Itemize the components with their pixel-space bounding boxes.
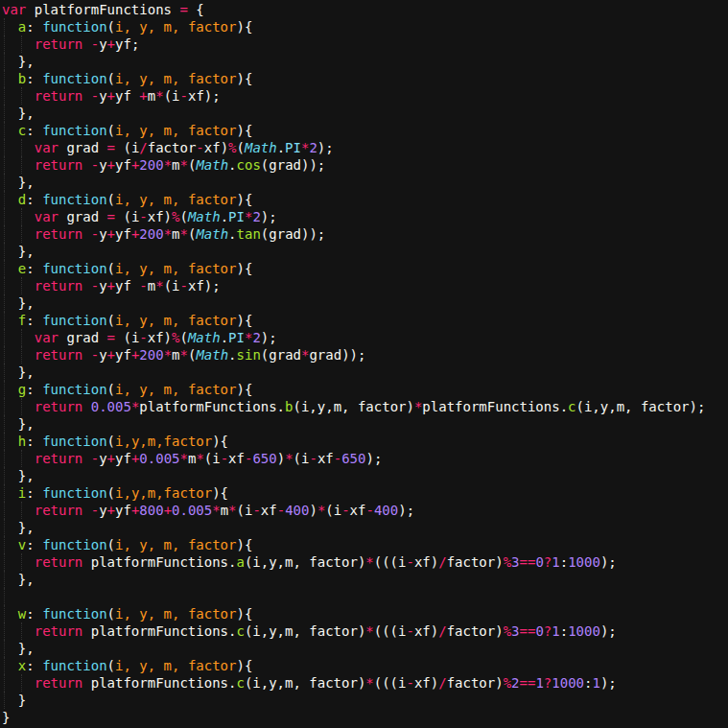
code-token: y <box>99 278 106 294</box>
indent-guide <box>4 294 5 312</box>
code-token: }, <box>2 106 35 121</box>
code-token <box>2 157 35 173</box>
code-token: ){ <box>236 19 252 35</box>
indent-guide <box>4 640 5 657</box>
indent-guide <box>4 35 5 53</box>
code-token: + <box>139 88 147 104</box>
code-token: (i <box>237 503 253 518</box>
indent-guide <box>4 312 5 329</box>
indent-guide <box>21 622 22 640</box>
code-token: c <box>236 675 244 691</box>
code-token: == <box>520 623 536 639</box>
indent-guide <box>4 674 5 692</box>
code-token: platformFunctions <box>26 2 179 17</box>
code-token: - <box>91 347 99 363</box>
indent-guide <box>4 519 5 536</box>
code-token: (((i <box>374 554 407 570</box>
code-token: ( <box>107 658 115 673</box>
code-token: i,y,m,factor <box>115 434 212 449</box>
code-line-2: a: function(i, y, m, factor){ <box>2 18 728 35</box>
code-token: 1 <box>552 623 559 639</box>
code-token: 2 <box>511 675 519 691</box>
indent-guide <box>4 277 5 294</box>
code-editor[interactable]: var platformFunctions = { a: function(i,… <box>0 0 728 728</box>
code-token: y <box>99 451 106 466</box>
code-line-39: x: function(i, y, m, factor){ <box>2 657 728 674</box>
code-token <box>82 36 90 52</box>
indent-guide <box>4 536 5 553</box>
indent-guide <box>4 657 5 674</box>
indent-guide <box>4 191 5 208</box>
code-token: * <box>164 226 172 242</box>
code-token <box>2 399 35 414</box>
code-token: ){ <box>236 606 252 622</box>
indent-guide <box>4 571 5 588</box>
code-token: ( <box>107 313 115 328</box>
code-token: ) <box>277 451 285 466</box>
indent-guide <box>4 467 5 484</box>
code-token: grad)); <box>309 347 365 363</box>
code-token <box>2 209 35 224</box>
code-token: return <box>35 399 83 414</box>
code-line-35 <box>2 588 728 605</box>
code-token: : <box>26 123 42 138</box>
code-line-19: f: function(i, y, m, factor){ <box>2 312 728 329</box>
code-token: i, y, m, factor <box>115 192 236 207</box>
code-token: ){ <box>212 485 228 501</box>
code-token: return <box>35 623 83 639</box>
code-token: / <box>438 623 446 639</box>
code-token: factor) <box>447 675 504 691</box>
code-token <box>82 399 90 414</box>
indent-guide <box>4 329 5 346</box>
code-token: i, y, m, factor <box>115 606 236 622</box>
code-token: platformFunctions. <box>422 399 568 414</box>
code-line-20: var grad = (i-xf)%(Math.PI*2); <box>2 329 728 346</box>
code-token: * <box>365 623 373 639</box>
code-token: + <box>164 503 172 518</box>
code-token: function <box>42 537 106 552</box>
code-token: 400 <box>285 503 309 518</box>
indent-guide <box>4 415 5 433</box>
code-token: ){ <box>236 192 252 207</box>
code-token: ( <box>237 140 245 155</box>
indent-guide <box>4 433 5 450</box>
code-token: return <box>35 503 83 518</box>
indent-guide <box>21 329 22 346</box>
code-line-34: }, <box>2 571 728 588</box>
code-token: var <box>2 2 26 17</box>
code-token: (i,y,m, factor); <box>576 399 706 414</box>
indent-guide <box>21 139 22 156</box>
code-token: - <box>91 36 99 52</box>
code-token: * <box>180 451 188 466</box>
code-token: . <box>228 226 236 242</box>
code-token: ); <box>398 503 414 518</box>
code-token: 1 <box>592 675 599 691</box>
code-token: % <box>172 209 179 224</box>
indent-guide <box>4 364 5 381</box>
code-token: yf <box>115 226 131 242</box>
code-token: 650 <box>341 451 365 466</box>
code-token: = <box>107 209 115 224</box>
code-line-7: }, <box>2 105 728 122</box>
code-token: * <box>365 554 373 570</box>
code-token <box>82 157 90 173</box>
code-token: i, y, m, factor <box>115 71 236 86</box>
code-line-21: return -y+yf+200*m*(Math.sin(grad*grad))… <box>2 346 728 364</box>
code-token: function <box>42 19 106 35</box>
code-token: : <box>26 606 42 622</box>
indent-guide <box>21 450 22 467</box>
code-token: } <box>2 693 26 708</box>
code-token: return <box>35 278 83 294</box>
indent-guide <box>4 174 5 191</box>
code-token: y <box>99 503 106 518</box>
code-line-15: }, <box>2 243 728 260</box>
code-token: sin <box>237 347 261 363</box>
code-line-23: g: function(i, y, m, factor){ <box>2 381 728 398</box>
code-line-10: return -y+yf+200*m*(Math.cos(grad)); <box>2 156 728 174</box>
code-token: 1 <box>552 554 559 570</box>
code-token: ){ <box>236 658 252 673</box>
indent-guide <box>21 502 22 519</box>
code-token: ); <box>365 451 382 466</box>
code-token: . <box>221 330 228 345</box>
indent-guide <box>4 18 5 35</box>
